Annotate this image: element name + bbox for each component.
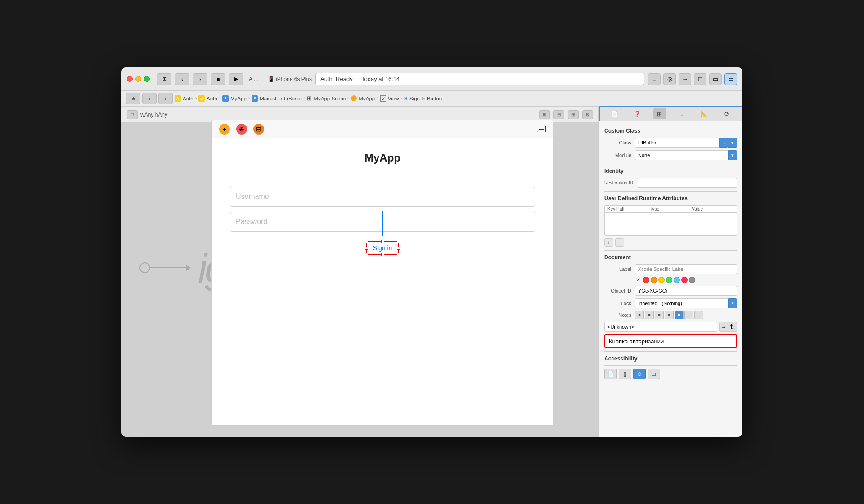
embed-in-button[interactable]: ⊟ [554,110,564,119]
handle-tc [381,240,384,243]
stop-button[interactable]: ■ [211,73,225,85]
toggle-assistant-button[interactable]: ↔ [679,73,691,85]
grid-view-button[interactable]: ⊞ [157,73,171,85]
notes-align-center[interactable]: ≡ [645,311,654,319]
restoration-id-label: Restoration ID [604,180,633,185]
inspector-content: Custom Class Class → ▾ Module None ▾ [599,122,742,436]
notes-tools: ≡ ≡ ≡ ≡ ■ □ ··· [635,311,703,319]
class-input[interactable] [635,138,719,148]
breadcrumb: ⊞ ‹ › A Auth › 📁 Auth › S MyApp › S Main… [122,91,742,106]
unknown-input[interactable] [604,322,717,332]
resolve-autolayout-button[interactable]: ⊞ [568,110,579,119]
view-mode-button-2[interactable]: ▭ [724,73,737,85]
iphone-content: MyApp Username Password [212,138,553,425]
notes-align-left[interactable]: ≡ [635,311,644,319]
toggle-debug-button[interactable]: ◎ [663,73,676,85]
scene-icon-1[interactable]: ● [219,124,230,135]
inspector-tab-help[interactable]: ❓ [631,108,644,119]
breadcrumb-item-3[interactable]: S MyApp [222,95,247,102]
status-bar: Auth: Ready | Today at 16:14 [315,73,644,86]
color-dot-blue[interactable] [674,277,680,283]
udra-add-btn[interactable]: + [604,238,613,247]
color-dot-yellow[interactable] [658,277,665,283]
restoration-id-input[interactable] [637,178,737,188]
folder-icon-2: 📁 [198,95,205,102]
battery-icon: ▬ [537,126,546,132]
breadcrumb-item-7[interactable]: V View [380,95,399,102]
navigator-toggle[interactable]: ⊞ [126,93,140,104]
access-tab-3[interactable]: ⊙ [633,369,646,379]
toggle-navigator-button[interactable]: ≡ [648,73,661,85]
sign-in-button[interactable]: Sign in [366,241,400,255]
breadcrumb-back[interactable]: ‹ [142,93,157,104]
inspector-tab-file[interactable]: 📄 [608,108,621,119]
notes-align-justify[interactable]: ≡ [665,311,674,319]
class-arrow-btn[interactable]: → [719,138,728,148]
forward-button[interactable]: › [193,73,207,85]
module-dropdown-btn[interactable]: ▾ [728,150,737,160]
unknown-stepper-btn[interactable]: ⇅ [728,322,737,332]
view-mode-button-1[interactable]: ▭ [709,73,722,85]
breadcrumb-item-4[interactable]: S Main.st...rd (Base) [252,95,302,102]
access-tab-2[interactable]: {} [619,369,631,379]
color-dot-green[interactable] [666,277,672,283]
password-field[interactable]: Password [230,212,535,232]
lock-dropdown-btn[interactable]: ▾ [728,298,737,308]
bottom-left: □ wAny hAny [127,110,167,119]
scene-icons: ● ⊕ ⊟ [219,124,264,135]
sign-in-label: Sign in [373,244,392,252]
access-tab-4[interactable]: □ [648,369,660,379]
kn-textarea[interactable]: Кнопка авторизации [604,334,737,348]
class-label: Class [604,140,631,145]
udra-remove-btn[interactable]: − [615,238,624,247]
inspector-tab-connections[interactable]: ⟳ [720,108,733,119]
notes-format-bold[interactable]: ■ [675,311,684,319]
button-icon: B [404,96,408,101]
breadcrumb-forward[interactable]: › [158,93,173,104]
restoration-id-row: Restoration ID [604,178,737,188]
update-frames-button[interactable]: ⊠ [582,110,593,119]
udra-col-value: Value [692,207,734,212]
label-input[interactable] [635,264,737,274]
play-button[interactable]: ▶ [229,73,243,85]
maximize-button[interactable] [144,76,150,82]
inspector-tab-identity[interactable]: ⊞ [653,108,666,119]
notes-align-right[interactable]: ≡ [655,311,664,319]
breadcrumb-item-8[interactable]: B Sign In Button [404,96,442,101]
notes-more[interactable]: ··· [694,311,703,319]
access-tab-1[interactable]: 📄 [604,369,617,379]
color-dot-gray[interactable] [689,277,695,283]
accessibility-tabs: 📄 {} ⊙ □ [604,365,737,379]
arrow-head [186,265,191,271]
inspector-tab-attributes[interactable]: ↓ [675,108,688,119]
inspector-tab-size[interactable]: 📐 [698,108,711,119]
add-constraint-button[interactable]: ⊞ [539,110,550,119]
size-label: wAny hAny [140,112,167,118]
notes-format-border[interactable]: □ [684,311,693,319]
close-button[interactable] [127,76,133,82]
class-dropdown-btn[interactable]: ▾ [728,138,737,148]
color-dot-orange[interactable] [651,277,657,283]
back-button[interactable]: ‹ [175,73,189,85]
unknown-btns: → ⇅ [719,322,737,332]
username-field[interactable]: Username [230,187,535,207]
object-id-row: Object ID YGe-XG-GCr [604,286,737,296]
udra-body [605,213,737,235]
toggle-inspector-button[interactable]: □ [694,73,706,85]
breadcrumb-item-5[interactable]: ⊞ MyApp Scene [307,95,346,102]
handle-ml [365,247,368,250]
color-dot-red[interactable] [643,277,649,283]
breadcrumb-item-2[interactable]: 📁 Auth [198,95,217,102]
breadcrumb-item-1[interactable]: A Auth [175,95,194,102]
view-icon: V [380,95,386,102]
minimize-button[interactable] [135,76,141,82]
unknown-arrow-btn[interactable]: → [719,322,728,332]
accessibility-title: Accessibility [604,356,737,362]
toggle-layout-button[interactable]: □ [127,110,138,119]
breadcrumb-item-6[interactable]: MyApp [351,95,375,101]
scene-icon-3[interactable]: ⊟ [253,124,264,135]
x-mark: ✕ [636,277,640,283]
inspector-tabs: 📄 ❓ ⊞ ↓ 📐 ⟳ [599,106,742,122]
color-dot-pink[interactable] [681,277,688,283]
scene-icon-2[interactable]: ⊕ [236,124,247,135]
